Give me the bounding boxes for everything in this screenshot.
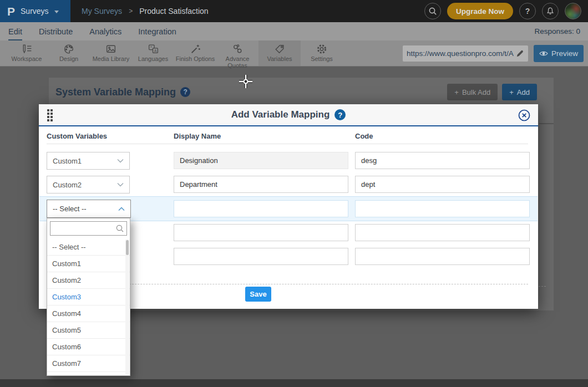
display-name-input-4[interactable]: [174, 224, 348, 241]
dropdown-option-custom5[interactable]: Custom5: [47, 322, 130, 339]
save-button[interactable]: Save: [245, 287, 271, 302]
display-name-input-2[interactable]: [174, 176, 348, 193]
display-name-input-3[interactable]: [174, 200, 348, 217]
custom-variable-select-1[interactable]: Custom1: [47, 152, 130, 170]
chevron-down-icon: [117, 159, 124, 163]
column-display-name: Display Name: [174, 132, 221, 140]
chevron-down-icon: [117, 182, 124, 187]
questionpro-app: P Surveys My Surveys > Product Satisfact…: [0, 0, 588, 387]
close-button[interactable]: [518, 109, 531, 122]
dropdown-option-custom1[interactable]: Custom1: [47, 256, 130, 272]
dropdown-option-custom6[interactable]: Custom6: [47, 339, 130, 355]
dropdown-scrollbar-thumb[interactable]: [126, 240, 129, 255]
select-value: Custom1: [53, 157, 82, 165]
dropdown-option-custom7[interactable]: Custom7: [47, 355, 130, 372]
close-icon: [518, 109, 531, 122]
dialog-help-icon[interactable]: ?: [334, 109, 346, 120]
dropdown-option-custom2[interactable]: Custom2: [47, 272, 130, 289]
custom-variable-select-2[interactable]: Custom2: [47, 176, 130, 194]
select-value: Custom2: [53, 181, 82, 189]
mapping-column-headers: Custom Variables Display Name Code: [47, 130, 528, 144]
custom-variable-dropdown-open: -- Select -- -- Select -- Custom1 Custom…: [47, 200, 131, 218]
mapping-row-1: Custom1: [39, 152, 538, 170]
code-input-1[interactable]: [355, 152, 530, 169]
dropdown-search-box: [50, 221, 127, 236]
dialog-header: Add Variable Mapping ?: [39, 104, 538, 126]
column-custom-variables: Custom Variables: [47, 132, 107, 140]
dropdown-options-list: -- Select -- Custom1 Custom2 Custom3 Cus…: [47, 239, 130, 375]
code-input-5[interactable]: [355, 248, 530, 265]
code-input-2[interactable]: [355, 176, 530, 193]
display-name-input-5[interactable]: [174, 248, 348, 265]
mapping-row-2: Custom2: [39, 176, 538, 194]
drag-handle-icon[interactable]: [47, 109, 53, 122]
chevron-up-icon: [118, 207, 125, 211]
code-input-3[interactable]: [355, 200, 530, 217]
custom-variable-select-3[interactable]: -- Select --: [47, 200, 131, 218]
dropdown-panel: -- Select -- Custom1 Custom2 Custom3 Cus…: [47, 218, 130, 376]
dialog-title: Add Variable Mapping: [231, 109, 330, 120]
select-value: -- Select --: [53, 205, 87, 213]
add-variable-mapping-dialog: Add Variable Mapping ? Custom Variables …: [39, 104, 538, 309]
dropdown-scrollbar[interactable]: [125, 240, 129, 375]
dropdown-option-select[interactable]: -- Select --: [47, 239, 130, 256]
code-input-4[interactable]: [355, 224, 530, 241]
search-icon: [115, 224, 124, 233]
dropdown-option-custom3[interactable]: Custom3: [47, 289, 130, 305]
dropdown-option-custom4[interactable]: Custom4: [47, 305, 130, 322]
display-name-input-1[interactable]: [174, 152, 348, 169]
column-code: Code: [355, 132, 373, 140]
